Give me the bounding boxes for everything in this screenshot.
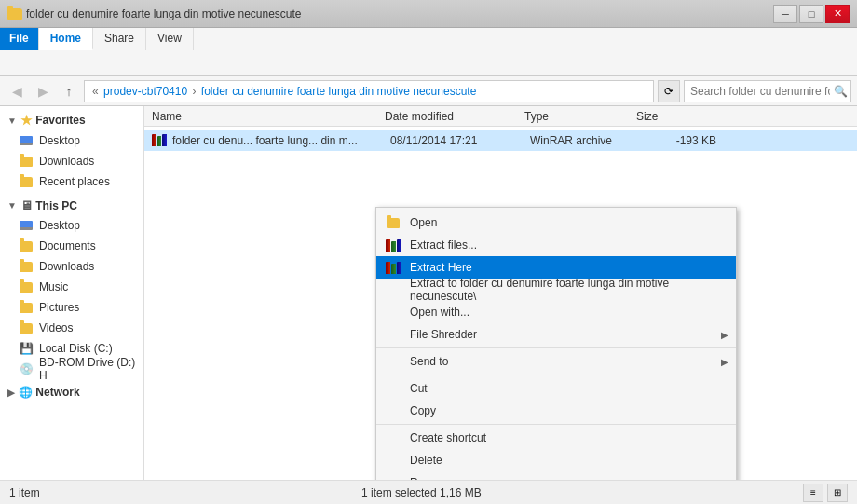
sidebar-label-downloads: Downloads — [39, 155, 94, 168]
search-box[interactable]: 🔍 — [684, 80, 851, 102]
ctx-copy-label: Copy — [410, 404, 436, 417]
arrow-icon: ▶ — [721, 330, 728, 340]
sidebar-label-recent: Recent places — [39, 175, 110, 188]
file-type: WinRAR archive — [530, 134, 642, 147]
star-icon: ★ — [20, 113, 33, 128]
file-icon — [152, 133, 167, 148]
address-sep2: › — [192, 85, 196, 98]
ctx-open[interactable]: Open — [376, 211, 736, 234]
sidebar: ▼ ★ Favorites Desktop Downloads — [0, 106, 144, 480]
title-text: folder cu denumire foarte lunga din moti… — [26, 7, 302, 20]
downloads2-icon — [19, 259, 34, 274]
tab-view[interactable]: View — [146, 28, 194, 50]
sidebar-label-music: Music — [39, 280, 68, 293]
content-body: folder cu denu... foarte lung... din m..… — [144, 127, 857, 155]
close-button[interactable]: ✕ — [825, 5, 850, 23]
thispc-label: This PC — [35, 199, 77, 212]
col-header-type[interactable]: Type — [524, 110, 636, 123]
ctx-extract-files[interactable]: Extract files... — [376, 234, 736, 256]
sidebar-header-network[interactable]: ▶ 🌐 Network — [0, 383, 143, 402]
ctx-extract-here[interactable]: Extract Here — [376, 256, 736, 279]
sidebar-item-downloads2[interactable]: Downloads — [0, 256, 143, 277]
recent-icon — [19, 174, 34, 189]
content-header: Name Date modified Type Size — [144, 106, 857, 127]
winrar-icon — [152, 133, 167, 146]
view-details-button[interactable]: ⊞ — [827, 484, 848, 502]
col-header-name[interactable]: Name — [152, 110, 385, 123]
ctx-send-to[interactable]: Send to ▶ — [376, 350, 736, 373]
ctx-open-with-label: Open with... — [410, 306, 469, 319]
ctx-extract-to[interactable]: Extract to folder cu denumire foarte lun… — [376, 279, 736, 301]
chevron-icon3: ▶ — [7, 388, 15, 398]
file-size: -193 KB — [642, 134, 716, 147]
tab-share[interactable]: Share — [93, 28, 146, 50]
ctx-create-shortcut[interactable]: Create shortcut — [376, 427, 736, 449]
ribbon: File Home Share View — [0, 28, 857, 76]
desktop2-icon — [19, 218, 34, 233]
maximize-button[interactable]: □ — [799, 5, 823, 23]
sidebar-header-thispc[interactable]: ▼ 🖥 This PC — [0, 196, 143, 215]
file-name: folder cu denu... foarte lung... din m..… — [172, 134, 390, 147]
crumb-folder[interactable]: folder cu denumire foarte lunga din moti… — [201, 85, 477, 98]
documents-icon — [19, 238, 34, 253]
chevron-icon: ▼ — [7, 116, 17, 126]
ctx-extract-to-label: Extract to folder cu denumire foarte lun… — [410, 277, 728, 303]
sidebar-item-pictures[interactable]: Pictures — [0, 297, 143, 318]
ctx-rename[interactable]: Rename — [376, 471, 736, 480]
crumb-prodev[interactable]: prodev-cbt70410 — [103, 85, 187, 98]
title-bar-left: folder cu denumire foarte lunga din moti… — [7, 7, 302, 21]
arrow-icon2: ▶ — [721, 357, 728, 367]
videos-icon — [19, 320, 34, 335]
sidebar-label-desktop2: Desktop — [39, 219, 80, 232]
status-selected: 1 item selected 1,16 MB — [361, 486, 482, 499]
ctx-open-with[interactable]: Open with... — [376, 301, 736, 323]
ctx-delete[interactable]: Delete — [376, 449, 736, 471]
sidebar-header-favorites[interactable]: ▼ ★ Favorites — [0, 110, 143, 130]
sidebar-label-documents: Documents — [39, 239, 96, 252]
title-bar-icon — [7, 7, 22, 21]
sidebar-item-desktop2[interactable]: Desktop — [0, 215, 143, 236]
tab-home[interactable]: Home — [39, 28, 93, 50]
ctx-extract-here-label: Extract Here — [410, 261, 472, 274]
address-box[interactable]: « prodev-cbt70410 › folder cu denumire f… — [84, 80, 654, 102]
sidebar-item-bdrom[interactable]: 💿 BD-ROM Drive (D:) H — [0, 359, 143, 379]
favorites-label: Favorites — [35, 114, 85, 127]
sidebar-section-favorites: ▼ ★ Favorites Desktop Downloads — [0, 110, 143, 192]
bdrom-icon: 💿 — [19, 361, 34, 376]
minimize-button[interactable]: ─ — [773, 5, 797, 23]
table-row[interactable]: folder cu denu... foarte lung... din m..… — [144, 130, 857, 151]
sidebar-item-desktop[interactable]: Desktop — [0, 130, 143, 151]
address-bar: ◀ ▶ ↑ « prodev-cbt70410 › folder cu denu… — [0, 76, 857, 106]
title-bar: folder cu denumire foarte lunga din moti… — [0, 0, 857, 28]
content-area: Name Date modified Type Size folder cu d… — [144, 106, 857, 480]
sidebar-item-recent[interactable]: Recent places — [0, 171, 143, 192]
forward-button[interactable]: ▶ — [32, 80, 54, 102]
breadcrumb: « prodev-cbt70410 › folder cu denumire f… — [90, 85, 476, 98]
search-input[interactable] — [690, 85, 830, 98]
extract-here-icon — [384, 258, 402, 277]
sidebar-label-downloads2: Downloads — [39, 260, 94, 273]
sidebar-item-downloads[interactable]: Downloads — [0, 151, 143, 171]
ctx-open-label: Open — [410, 216, 437, 229]
ctx-copy[interactable]: Copy — [376, 400, 736, 422]
status-bar: 1 item 1 item selected 1,16 MB ≡ ⊞ — [0, 480, 857, 504]
refresh-button[interactable]: ⟳ — [658, 80, 680, 102]
sidebar-item-videos[interactable]: Videos — [0, 318, 143, 338]
view-list-button[interactable]: ≡ — [803, 484, 823, 502]
ctx-cut[interactable]: Cut — [376, 377, 736, 400]
pc-icon: 🖥 — [20, 198, 33, 212]
tab-file[interactable]: File — [0, 28, 39, 50]
network-label: Network — [35, 386, 79, 399]
network-icon: 🌐 — [19, 386, 33, 399]
col-header-date[interactable]: Date modified — [385, 110, 524, 123]
col-header-size[interactable]: Size — [636, 110, 711, 123]
ctx-rename-label: Rename — [410, 476, 452, 480]
sidebar-item-music[interactable]: Music — [0, 277, 143, 297]
up-button[interactable]: ↑ — [58, 80, 80, 102]
music-icon — [19, 279, 34, 294]
ctx-file-shredder[interactable]: File Shredder ▶ — [376, 323, 736, 346]
sidebar-item-documents[interactable]: Documents — [0, 236, 143, 256]
back-button[interactable]: ◀ — [6, 80, 28, 102]
downloads-icon — [19, 154, 34, 169]
sidebar-label-pictures: Pictures — [39, 301, 79, 314]
